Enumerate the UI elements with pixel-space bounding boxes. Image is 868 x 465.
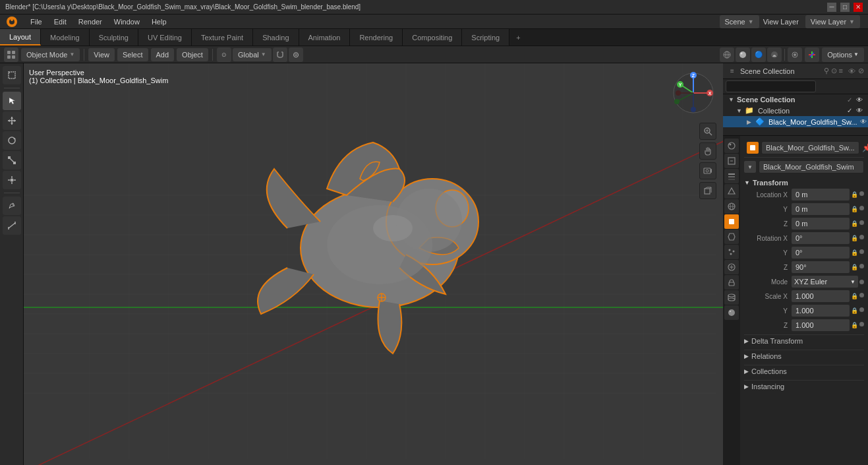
close-button[interactable]: ✕ (854, 3, 863, 12)
scene-col-eye-icon[interactable]: 👁 (856, 96, 863, 104)
rotation-mode-dropdown[interactable]: XYZ Euler ▼ (792, 276, 858, 288)
props-tab-view-layer[interactable] (724, 169, 739, 183)
3d-viewport[interactable]: User Perspective (1) Collection | Black_… (24, 63, 723, 465)
measure-tool[interactable] (3, 216, 21, 235)
rotation-x-dot[interactable] (859, 235, 864, 239)
menu-window[interactable]: Window (109, 16, 145, 27)
rotation-y-value[interactable]: 0° (792, 247, 850, 259)
outliner-object-item[interactable]: ▶ 🔷 Black_Moor_Goldfish_Sw... 👁 (723, 116, 868, 127)
scale-x-lock[interactable]: 🔒 (851, 293, 858, 299)
tab-layout[interactable]: Layout (0, 29, 41, 46)
tab-texture-paint[interactable]: Texture Paint (192, 29, 253, 46)
props-tab-particles[interactable] (724, 245, 739, 259)
scene-col-check-icon[interactable]: ✓ (847, 96, 852, 104)
hand-tool-button[interactable] (699, 142, 716, 160)
scale-y-lock[interactable]: 🔒 (851, 307, 858, 314)
object-mode-button[interactable]: Object Mode ▼ (21, 48, 80, 61)
scale-z-lock[interactable]: 🔒 (851, 322, 858, 328)
props-tab-world[interactable] (724, 199, 739, 214)
outliner-scene-collection[interactable]: ▼ Scene Collection ✓ 👁 (723, 94, 868, 105)
tab-scripting[interactable]: Scripting (462, 29, 509, 46)
tab-animation[interactable]: Animation (299, 29, 351, 46)
tab-rendering[interactable]: Rendering (350, 29, 403, 46)
rotation-y-lock[interactable]: 🔒 (851, 249, 858, 256)
props-tab-render[interactable] (724, 139, 739, 153)
orthographic-view-button[interactable] (699, 182, 716, 199)
location-y-dot[interactable] (859, 206, 864, 210)
props-tab-output[interactable] (724, 154, 739, 168)
options-button[interactable]: Options ▼ (822, 47, 864, 62)
view-layer-selector[interactable]: View Layer ▼ (805, 15, 860, 28)
location-z-lock[interactable]: 🔒 (851, 220, 858, 227)
location-z-value[interactable]: 0 m (792, 218, 850, 230)
location-y-lock[interactable]: 🔒 (851, 206, 858, 212)
location-z-dot[interactable] (859, 220, 864, 225)
rendered-mode-button[interactable] (767, 47, 782, 62)
pivot-point-button[interactable]: ⊙ (217, 47, 231, 62)
cursor-tool[interactable] (3, 92, 21, 110)
instancing-section[interactable]: ▶ Instancing (744, 380, 864, 392)
outliner-restrict-icon[interactable]: ⊘ (858, 67, 864, 75)
proportional-editing[interactable]: ⊚ (289, 47, 303, 62)
rotation-x-lock[interactable]: 🔒 (851, 235, 858, 241)
view-menu[interactable]: View (88, 48, 115, 61)
obj-eye-icon[interactable]: 👁 (860, 118, 867, 125)
props-tab-material[interactable] (724, 305, 739, 320)
delta-transform-section[interactable]: ▶ Delta Transform (744, 334, 864, 347)
rotation-z-dot[interactable] (859, 264, 864, 268)
scale-tool[interactable] (3, 151, 21, 170)
rotation-z-value[interactable]: 90° (792, 261, 850, 273)
window-controls[interactable]: ─ □ ✕ (827, 3, 863, 12)
rotate-tool[interactable] (3, 131, 21, 150)
outliner-search-input[interactable] (726, 80, 816, 92)
tab-sculpting[interactable]: Sculpting (90, 29, 138, 46)
rotation-mode-dot[interactable] (859, 280, 864, 284)
menu-render[interactable]: Render (73, 16, 107, 27)
navigation-gizmo[interactable]: Z Y X (670, 70, 716, 116)
props-tab-scene[interactable] (724, 184, 739, 199)
data-block-type-selector[interactable]: ▼ (744, 161, 756, 173)
transform-header[interactable]: ▼ Transform (744, 177, 864, 188)
data-block-name-field[interactable]: Black_Moor_Goldfish_Swim (759, 160, 864, 173)
location-x-value[interactable]: 0 m (792, 189, 850, 201)
outliner-settings-icon[interactable]: ≡ (839, 67, 843, 75)
minimize-button[interactable]: ─ (827, 3, 836, 12)
select-box-tool[interactable] (3, 66, 21, 84)
outliner-sync-icon[interactable]: ⊙ (831, 67, 837, 75)
scale-y-dot[interactable] (859, 307, 864, 312)
rotation-y-dot[interactable] (859, 249, 864, 254)
add-menu[interactable]: Add (151, 48, 175, 61)
object-name-field[interactable]: Black_Moor_Goldfish_Sw... (761, 141, 859, 154)
props-tab-data[interactable] (724, 290, 739, 305)
location-y-value[interactable]: 0 m (792, 203, 850, 215)
annotate-tool[interactable] (3, 197, 21, 215)
zoom-to-selected-button[interactable] (699, 123, 716, 140)
blender-logo-icon[interactable] (6, 16, 18, 28)
tab-shading[interactable]: Shading (253, 29, 299, 46)
col-eye-icon[interactable]: 👁 (856, 107, 863, 114)
outliner-visibility-icon[interactable]: 👁 (848, 67, 855, 75)
rotation-z-lock[interactable]: 🔒 (851, 264, 858, 270)
prop-edit-button[interactable]: ⊚ (289, 47, 303, 62)
scale-x-value[interactable]: 1.000 (792, 290, 850, 302)
transform-orientation-button[interactable]: Global ▼ (233, 48, 272, 61)
menu-help[interactable]: Help (146, 16, 172, 27)
editor-type-button[interactable] (4, 47, 18, 62)
rotation-x-value[interactable]: 0° (792, 232, 850, 244)
location-x-dot[interactable] (859, 191, 864, 196)
scale-x-dot[interactable] (859, 293, 864, 297)
pin-button[interactable]: 📌 (862, 143, 868, 152)
tab-uv-editing[interactable]: UV Editing (138, 29, 192, 46)
transform-tool[interactable] (3, 171, 21, 189)
scene-selector[interactable]: Scene ▼ (720, 15, 759, 28)
relations-section[interactable]: ▶ Relations (744, 350, 864, 362)
add-workspace-button[interactable]: + (509, 29, 527, 46)
move-tool[interactable] (3, 111, 21, 130)
props-tab-modifier[interactable] (724, 230, 739, 244)
outliner-collection[interactable]: ▼ 📁 Collection ✓ 👁 (723, 105, 868, 116)
material-preview-button[interactable]: 🔵 (751, 47, 766, 62)
props-tab-object[interactable] (724, 214, 739, 229)
tab-compositing[interactable]: Compositing (403, 29, 462, 46)
maximize-button[interactable]: □ (840, 3, 850, 12)
solid-mode-button[interactable] (736, 47, 750, 62)
